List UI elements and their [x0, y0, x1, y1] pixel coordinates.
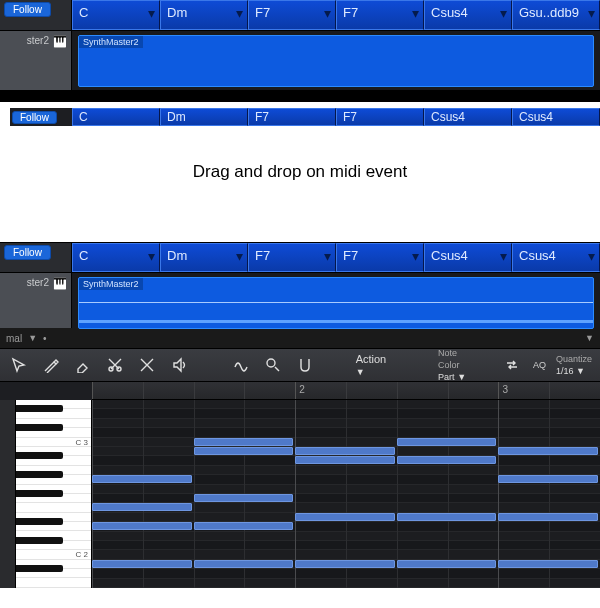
black-key[interactable]: [16, 522, 91, 531]
chevron-down-icon: ▾: [236, 248, 243, 264]
chord-block[interactable]: Dm: [160, 108, 248, 126]
midi-note[interactable]: [92, 503, 192, 511]
bar-number: 2: [295, 382, 305, 399]
piano-roll: C 3C 2: [0, 400, 600, 588]
draw-tool-icon[interactable]: [40, 354, 62, 376]
chevron-down-icon: ▾: [500, 248, 507, 264]
black-key[interactable]: [16, 409, 91, 418]
midi-note[interactable]: [295, 456, 395, 464]
follow-button[interactable]: Follow: [12, 111, 57, 124]
black-key[interactable]: [16, 475, 91, 484]
follow-button[interactable]: Follow: [4, 245, 51, 260]
chord-track[interactable]: C▾Dm▾F7▾F7▾Csus4▾Csus4▾: [72, 243, 600, 272]
time-ruler[interactable]: 23: [92, 382, 600, 400]
zoom-tool-icon[interactable]: [262, 354, 284, 376]
chord-block[interactable]: F7: [248, 108, 336, 126]
cut-tool-icon[interactable]: [104, 354, 126, 376]
midi-note[interactable]: [194, 494, 294, 502]
aq-label[interactable]: AQ: [533, 360, 546, 370]
chord-block[interactable]: Csus4▾: [424, 0, 512, 30]
note-color-setting[interactable]: Note Color Part ▼: [438, 347, 481, 383]
chord-track[interactable]: C▾Dm▾F7▾F7▾Csus4▾Gsu..ddb9▾: [72, 0, 600, 30]
chord-label: C: [79, 5, 88, 20]
chord-block[interactable]: C: [72, 108, 160, 126]
white-key[interactable]: [16, 503, 91, 512]
chevron-down-icon[interactable]: ▼: [28, 333, 37, 343]
mode-label: mal: [6, 333, 22, 344]
midi-note[interactable]: [498, 560, 598, 568]
track-header[interactable]: ster2 🎹: [0, 31, 72, 90]
black-key[interactable]: [16, 494, 91, 503]
black-key[interactable]: [16, 541, 91, 550]
chord-block[interactable]: Csus4: [424, 108, 512, 126]
midi-note[interactable]: [295, 513, 395, 521]
midi-note[interactable]: [397, 438, 497, 446]
mute-tool-icon[interactable]: [136, 354, 158, 376]
chevron-down-icon: ▾: [588, 5, 595, 21]
chord-block[interactable]: C▾: [72, 243, 160, 272]
track-header[interactable]: ster2 🎹: [0, 273, 72, 328]
midi-note[interactable]: [498, 447, 598, 455]
chord-block[interactable]: F7▾: [336, 243, 424, 272]
quantize-setting[interactable]: Quantize 1/16 ▼: [556, 353, 592, 377]
midi-clip[interactable]: SynthMaster2: [78, 35, 594, 87]
chevron-down-icon: ▼: [457, 372, 466, 382]
chord-block[interactable]: F7▾: [336, 0, 424, 30]
clip-waveform: [79, 320, 593, 323]
midi-note[interactable]: [194, 522, 294, 530]
black-key[interactable]: [16, 456, 91, 465]
black-key[interactable]: [16, 428, 91, 437]
arrow-tool-icon[interactable]: [8, 354, 30, 376]
piano-keyboard[interactable]: C 3C 2: [16, 400, 92, 588]
chord-track[interactable]: CDmF7F7Csus4Csus4: [72, 108, 600, 126]
chord-label: Csus4: [431, 110, 465, 124]
midi-note[interactable]: [498, 513, 598, 521]
chord-block[interactable]: C▾: [72, 0, 160, 30]
audition-tool-icon[interactable]: [168, 354, 190, 376]
midi-note[interactable]: [295, 560, 395, 568]
midi-note[interactable]: [397, 560, 497, 568]
chord-label: F7: [255, 5, 270, 20]
drop-instruction: Drag and drop on midi event: [0, 126, 600, 242]
chord-label: F7: [255, 248, 270, 263]
midi-note[interactable]: [194, 447, 294, 455]
chord-label: F7: [343, 5, 358, 20]
snap-tool-icon[interactable]: [294, 354, 316, 376]
midi-note[interactable]: [295, 447, 395, 455]
midi-note[interactable]: [92, 560, 192, 568]
note-grid[interactable]: [92, 400, 600, 588]
chord-label: Dm: [167, 110, 186, 124]
midi-note[interactable]: [92, 522, 192, 530]
chord-block[interactable]: Csus4▾: [424, 243, 512, 272]
chord-label: F7: [343, 248, 358, 263]
chord-block[interactable]: Dm▾: [160, 0, 248, 30]
white-key[interactable]: [16, 578, 91, 587]
chord-block[interactable]: F7▾: [248, 0, 336, 30]
midi-note[interactable]: [498, 475, 598, 483]
midi-note[interactable]: [397, 513, 497, 521]
chevron-down-icon: ▾: [148, 248, 155, 264]
chord-label: Dm: [167, 5, 187, 20]
chord-block[interactable]: Gsu..ddb9▾: [512, 0, 600, 30]
swap-icon[interactable]: [501, 354, 523, 376]
midi-note[interactable]: [194, 560, 294, 568]
chord-block[interactable]: F7: [336, 108, 424, 126]
roll-gutter: [0, 400, 16, 588]
clip-waveform: [79, 302, 593, 303]
chord-block[interactable]: Dm▾: [160, 243, 248, 272]
chord-block[interactable]: Csus4: [512, 108, 600, 126]
action-menu[interactable]: Action ▼: [356, 353, 398, 377]
chord-label: C: [79, 110, 88, 124]
follow-button[interactable]: Follow: [4, 2, 51, 17]
midi-note[interactable]: [194, 438, 294, 446]
midi-note[interactable]: [92, 475, 192, 483]
erase-tool-icon[interactable]: [72, 354, 94, 376]
midi-clip[interactable]: SynthMaster2: [78, 277, 594, 329]
chord-block[interactable]: F7▾: [248, 243, 336, 272]
chevron-down-icon[interactable]: ▼: [585, 333, 594, 343]
midi-note[interactable]: [397, 456, 497, 464]
curve-tool-icon[interactable]: [230, 354, 252, 376]
arrangement-top: Follow C▾Dm▾F7▾F7▾Csus4▾Gsu..ddb9▾ ster2…: [0, 0, 600, 90]
black-key[interactable]: [16, 569, 91, 578]
chord-block[interactable]: Csus4▾: [512, 243, 600, 272]
